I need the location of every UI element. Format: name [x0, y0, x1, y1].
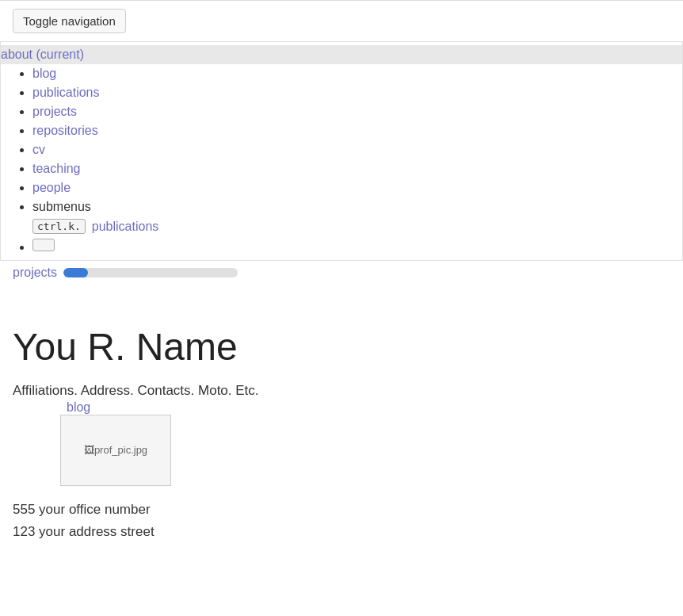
- nav-item-small-rect: [32, 236, 682, 257]
- prof-pic-icon: 🖼: [84, 444, 94, 456]
- nav-item-submenus: submenus: [32, 197, 682, 216]
- nav-list: about (current) blog publications projec…: [1, 45, 682, 257]
- progress-bar-container: [63, 268, 238, 277]
- nav-link-repositories[interactable]: repositories: [32, 124, 98, 137]
- nav-item-publications: publications: [32, 83, 682, 102]
- nav-item-people: people: [32, 178, 682, 197]
- nav-item-kbd: ctrl.k. publications: [32, 216, 682, 236]
- nav-item-about: about (current): [1, 45, 682, 64]
- kbd-shortcut: ctrl.k.: [32, 219, 86, 234]
- nav-item-projects: projects: [32, 102, 682, 121]
- nav-item-repositories: repositories: [32, 121, 682, 140]
- toggle-navigation-button[interactable]: Toggle navigation: [13, 9, 126, 33]
- nav-item-blog: blog: [32, 64, 682, 83]
- nav-link-blog[interactable]: blog: [32, 67, 56, 80]
- nav-link-cv[interactable]: cv: [32, 143, 45, 156]
- progress-bar-fill: [63, 268, 88, 277]
- nav-link-projects[interactable]: projects: [32, 105, 77, 118]
- nav-link-teaching[interactable]: teaching: [32, 162, 81, 175]
- nav-link-submenus[interactable]: submenus: [32, 200, 91, 213]
- nav-link-about[interactable]: about: [1, 48, 32, 61]
- page-title: You R. Name: [13, 324, 670, 370]
- office-number: 555 your office number: [13, 502, 670, 518]
- main-content: You R. Name Affiliations. Address. Conta…: [0, 324, 683, 540]
- affiliations-line: Affiliations. Address. Contacts. Moto. E…: [13, 383, 670, 399]
- nav-link-sub-publications[interactable]: publications: [92, 220, 159, 234]
- nav-dropdown: about (current) blog publications projec…: [0, 42, 683, 261]
- nav-current-label: (current): [36, 48, 84, 61]
- prof-pic-label: prof_pic.jpg: [94, 444, 147, 456]
- projects-link[interactable]: projects: [13, 266, 57, 280]
- address-street: 123 your address street: [13, 524, 670, 540]
- nav-item-cv: cv: [32, 140, 682, 159]
- navbar: Toggle navigation: [0, 1, 683, 42]
- prof-pic-container: 🖼 prof_pic.jpg: [60, 415, 171, 486]
- nav-link-people[interactable]: people: [32, 181, 71, 194]
- progress-area: projects: [0, 261, 683, 285]
- nav-item-teaching: teaching: [32, 159, 682, 178]
- small-rect-icon: [32, 239, 55, 251]
- blog-link-floating[interactable]: blog: [67, 400, 90, 415]
- nav-link-publications[interactable]: publications: [32, 86, 100, 99]
